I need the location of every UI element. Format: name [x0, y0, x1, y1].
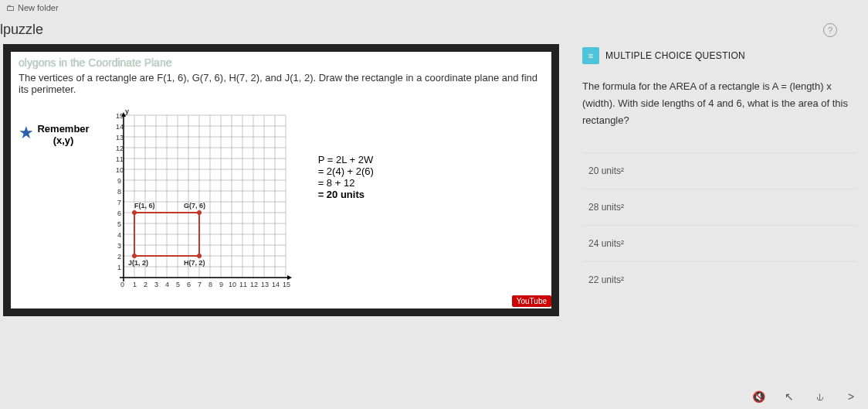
perimeter-calc: P = 2L + 2W = 2(4) + 2(6) = 8 + 12 = 20 … — [318, 154, 374, 293]
svg-point-37 — [132, 210, 137, 215]
svg-text:3: 3 — [117, 242, 121, 250]
svg-text:13: 13 — [261, 281, 269, 288]
question-type: MULTIPLE CHOICE QUESTION — [605, 50, 745, 61]
svg-text:J(1, 2): J(1, 2) — [128, 259, 148, 267]
svg-text:4: 4 — [117, 231, 121, 239]
svg-text:7: 7 — [117, 199, 121, 206]
pointer-icon[interactable]: ↖ — [780, 387, 798, 406]
video-slide: olygons in the Coordinate Plane The vert… — [3, 44, 559, 316]
choice-4[interactable]: 22 units² — [582, 261, 857, 298]
svg-text:5: 5 — [117, 220, 121, 228]
star-icon: ★ — [19, 123, 34, 143]
svg-text:9: 9 — [117, 177, 121, 185]
caption-icon[interactable]: ⫝ — [811, 387, 829, 406]
svg-text:8: 8 — [209, 281, 212, 288]
svg-text:3: 3 — [154, 281, 158, 288]
calc-line-3: = 8 + 12 — [318, 177, 374, 189]
svg-text:6: 6 — [117, 210, 121, 217]
mc-icon: ≡ — [582, 47, 599, 64]
svg-point-40 — [132, 254, 137, 258]
svg-point-38 — [197, 210, 202, 215]
next-icon[interactable]: > — [842, 387, 860, 406]
mute-icon[interactable]: 🔇 — [749, 387, 768, 406]
svg-text:14: 14 — [116, 123, 124, 131]
remember-xy: (x,y) — [37, 135, 89, 146]
svg-text:5: 5 — [176, 281, 180, 288]
youtube-badge[interactable]: YouTube — [512, 295, 551, 307]
svg-text:9: 9 — [219, 281, 223, 288]
page-title-row: lpuzzle — [0, 15, 868, 44]
remember-box: ★ Remember (x,y) — [19, 123, 90, 293]
svg-text:2: 2 — [117, 253, 121, 261]
folder-icon: 🗀 — [6, 3, 15, 12]
y-axis-label: y — [125, 107, 129, 115]
svg-text:2: 2 — [144, 281, 147, 288]
svg-text:1: 1 — [117, 264, 121, 271]
remember-label: Remember — [37, 123, 89, 135]
svg-text:G(7, 6): G(7, 6) — [184, 202, 205, 210]
svg-text:10: 10 — [229, 281, 236, 288]
svg-text:12: 12 — [250, 281, 258, 288]
choice-2[interactable]: 28 units² — [582, 189, 857, 225]
slide-prompt: The vertices of a rectangle are F(1, 6),… — [19, 72, 545, 95]
page-title: lpuzzle — [0, 22, 868, 38]
svg-text:10: 10 — [116, 166, 124, 174]
svg-text:13: 13 — [116, 134, 124, 141]
calc-line-4: = 20 units — [318, 189, 374, 200]
svg-text:14: 14 — [272, 281, 280, 288]
svg-text:15: 15 — [116, 112, 124, 120]
calc-line-1: P = 2L + 2W — [318, 154, 374, 165]
folder-name: New folder — [18, 3, 59, 12]
svg-text:8: 8 — [117, 188, 121, 196]
question-text: The formula for the AREA of a rectangle … — [582, 78, 857, 129]
svg-text:0: 0 — [120, 281, 124, 288]
choice-3[interactable]: 24 units² — [582, 225, 857, 261]
question-panel: ≡ MULTIPLE CHOICE QUESTION The formula f… — [575, 44, 865, 316]
svg-marker-35 — [287, 275, 292, 280]
bottom-toolbar: 🔇 ↖ ⫝ > — [749, 387, 860, 406]
svg-text:F(1, 6): F(1, 6) — [134, 202, 155, 210]
svg-text:4: 4 — [165, 281, 169, 288]
breadcrumb: 🗀 New folder — [0, 0, 868, 15]
svg-text:H(7, 2): H(7, 2) — [184, 259, 205, 267]
svg-text:11: 11 — [116, 155, 124, 163]
calc-line-2: = 2(4) + 2(6) — [318, 165, 374, 177]
svg-point-39 — [197, 254, 202, 258]
svg-text:12: 12 — [116, 145, 124, 152]
svg-text:6: 6 — [187, 281, 191, 288]
slide-heading: olygons in the Coordinate Plane — [19, 56, 545, 69]
svg-text:11: 11 — [239, 281, 247, 288]
svg-text:1: 1 — [133, 281, 137, 288]
choice-1[interactable]: 20 units² — [582, 152, 857, 189]
svg-text:15: 15 — [283, 281, 290, 288]
svg-text:7: 7 — [198, 281, 202, 288]
help-icon[interactable]: ? — [823, 23, 837, 37]
coordinate-graph: F(1, 6) G(7, 6) H(7, 2) J(1, 2) 15141312… — [102, 107, 303, 293]
